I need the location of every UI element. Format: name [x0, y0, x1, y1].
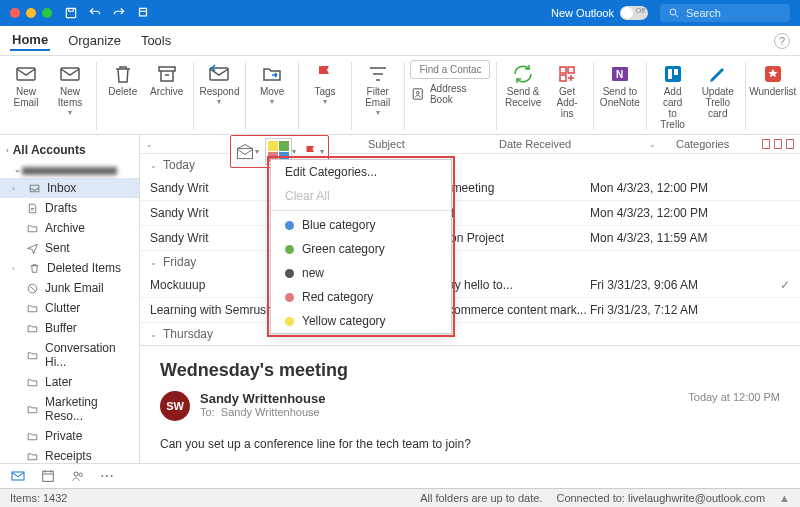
print-icon[interactable]	[136, 6, 150, 20]
svg-rect-21	[43, 471, 54, 481]
message-row[interactable]: Learning with SemrushEcommerce content m…	[140, 298, 800, 323]
mail-nav-icon[interactable]	[10, 468, 26, 484]
clear-all-item: Clear All	[271, 184, 451, 208]
ribbon-tabs: Home Organize Tools ?	[0, 26, 800, 56]
message-body: Can you set up a conference line for the…	[160, 437, 780, 451]
message-row[interactable]: Sandy Writ's meetingMon 4/3/23, 12:00 PM	[140, 176, 800, 201]
add-trello-button[interactable]: Add card to Trello	[653, 60, 693, 132]
move-button[interactable]: Move▾	[252, 60, 292, 108]
svg-rect-14	[665, 66, 681, 82]
more-nav-icon[interactable]: ⋯	[100, 468, 114, 484]
folder-marketing-reso-[interactable]: Marketing Reso...	[0, 392, 139, 426]
status-folders: All folders are up to date.	[420, 492, 542, 504]
new-outlook-toggle[interactable]: New Outlook Off	[551, 6, 648, 20]
filter-email-button[interactable]: Filter Email▾	[358, 60, 398, 119]
all-accounts-header[interactable]: ›All Accounts	[0, 139, 139, 161]
respond-button[interactable]: Respond▾	[199, 60, 239, 108]
save-icon[interactable]	[64, 6, 78, 20]
archive-button[interactable]: Archive	[147, 60, 187, 99]
folder-conversation-hi-[interactable]: Conversation Hi...	[0, 338, 139, 372]
folder-buffer[interactable]: Buffer	[0, 318, 139, 338]
undo-icon[interactable]	[88, 6, 102, 20]
search-placeholder: Search	[686, 7, 721, 19]
folder-private[interactable]: Private	[0, 426, 139, 446]
tab-home[interactable]: Home	[10, 30, 50, 51]
people-nav-icon[interactable]	[70, 468, 86, 484]
wunderlist-button[interactable]: Wunderlist	[752, 60, 794, 99]
category-red-category[interactable]: Red category	[271, 285, 451, 309]
message-row[interactable]: MockuuupSay hello to...Fri 3/31/23, 9:06…	[140, 273, 800, 298]
calendar-nav-icon[interactable]	[40, 468, 56, 484]
update-trello-button[interactable]: Update Trello card	[697, 60, 739, 121]
message-to: Sandy Writtenhouse	[221, 406, 320, 418]
column-categories[interactable]: Categories	[676, 138, 756, 150]
column-date[interactable]: Date Received	[499, 138, 639, 150]
category-new[interactable]: new	[271, 261, 451, 285]
category-blue-category[interactable]: Blue category	[271, 213, 451, 237]
address-book-button[interactable]: Address Book	[410, 83, 490, 105]
message-row[interactable]: Sandy Writrson ProjectMon 4/3/23, 11:59 …	[140, 226, 800, 251]
archive-icon	[155, 62, 179, 86]
folder-deleted-items[interactable]: ›Deleted Items	[0, 258, 139, 278]
status-bar: Items: 1432 All folders are up to date. …	[0, 488, 800, 507]
message-row[interactable]: Sandy WritortMon 4/3/23, 12:00 PM	[140, 201, 800, 226]
tab-tools[interactable]: Tools	[139, 31, 173, 50]
find-contact-input[interactable]	[410, 60, 490, 79]
folder-sent[interactable]: Sent	[0, 238, 139, 258]
chevron-down-icon[interactable]: ▾	[320, 147, 324, 156]
svg-rect-5	[159, 67, 175, 71]
folder-icon	[26, 202, 39, 215]
redo-icon[interactable]	[112, 6, 126, 20]
close-window[interactable]	[10, 8, 20, 18]
onenote-icon: N	[608, 62, 632, 86]
svg-rect-19	[238, 148, 253, 158]
chevron-down-icon[interactable]: ⌄	[146, 140, 158, 149]
envelope-read-icon[interactable]	[235, 142, 255, 162]
check-icon	[740, 303, 790, 317]
category-color-icon	[285, 221, 294, 230]
toggle-switch[interactable]: Off	[620, 6, 648, 20]
tags-button[interactable]: Tags▾	[305, 60, 345, 108]
folder-junk-email[interactable]: Junk Email	[0, 278, 139, 298]
category-yellow-category[interactable]: Yellow category	[271, 309, 451, 333]
folder-move-icon	[260, 62, 284, 86]
folder-clutter[interactable]: Clutter	[0, 298, 139, 318]
addins-icon	[555, 62, 579, 86]
svg-rect-4	[61, 68, 79, 80]
flag-filter-icons[interactable]	[762, 139, 794, 149]
folder-icon	[26, 349, 39, 362]
new-email-button[interactable]: New Email	[6, 60, 46, 110]
date-group-header[interactable]: ⌄Friday	[140, 251, 800, 273]
ribbon: New Email New Items▾ Delete Archive Resp…	[0, 56, 800, 135]
help-icon[interactable]: ?	[774, 33, 790, 49]
check-icon	[740, 231, 790, 245]
new-outlook-label: New Outlook	[551, 7, 614, 19]
warning-icon[interactable]: ▲	[779, 492, 790, 504]
account-header[interactable]: ⌄	[0, 161, 139, 178]
folder-inbox[interactable]: ›Inbox	[0, 178, 139, 198]
folder-icon	[26, 450, 39, 463]
category-green-category[interactable]: Green category	[271, 237, 451, 261]
chevron-down-icon[interactable]: ▾	[255, 147, 259, 156]
edit-categories-item[interactable]: Edit Categories...	[271, 160, 451, 184]
flag-icon[interactable]	[302, 143, 320, 161]
folder-archive[interactable]: Archive	[0, 218, 139, 238]
tab-organize[interactable]: Organize	[66, 31, 123, 50]
svg-rect-0	[66, 8, 75, 17]
date-group-header[interactable]: ⌄Thursday	[140, 323, 800, 345]
new-items-button[interactable]: New Items▾	[50, 60, 90, 119]
check-icon	[740, 181, 790, 195]
folder-later[interactable]: Later	[0, 372, 139, 392]
delete-button[interactable]: Delete	[103, 60, 143, 99]
folder-receipts[interactable]: Receipts	[0, 446, 139, 463]
get-addins-button[interactable]: Get Add-ins	[547, 60, 587, 121]
folder-drafts[interactable]: Drafts	[0, 198, 139, 218]
send-receive-button[interactable]: Send & Receive	[503, 60, 543, 110]
minimize-window[interactable]	[26, 8, 36, 18]
window-controls[interactable]	[10, 8, 52, 18]
chevron-down-icon[interactable]: ▾	[292, 147, 296, 156]
search-input[interactable]: Search	[660, 4, 790, 22]
send-onenote-button[interactable]: NSend to OneNote	[600, 60, 640, 110]
maximize-window[interactable]	[42, 8, 52, 18]
svg-rect-16	[674, 69, 678, 75]
